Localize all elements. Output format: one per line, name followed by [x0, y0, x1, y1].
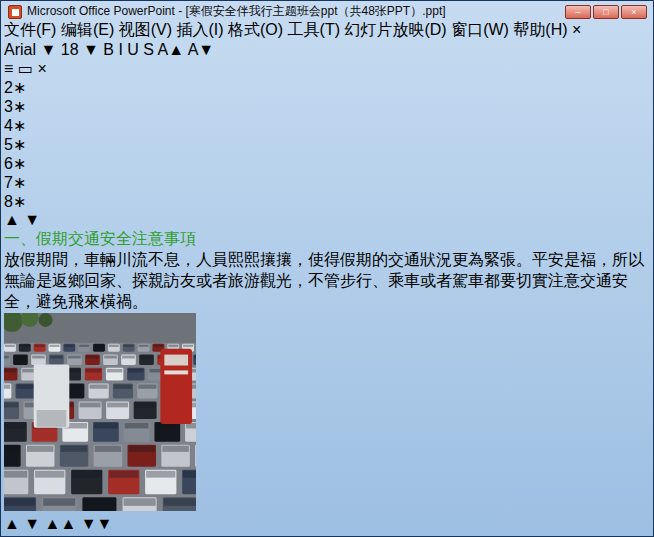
animation-star-icon: ∗ [13, 136, 26, 153]
scroll-up-icon[interactable]: ▲ [4, 515, 20, 532]
decrease-font-button[interactable]: A▼ [188, 41, 215, 58]
increase-font-button[interactable]: A▲ [158, 41, 185, 58]
font-name-value: Arial [4, 41, 36, 58]
thumbnail-number: 8 [4, 193, 13, 210]
slide-title[interactable]: 一、假期交通安全注意事項 [4, 229, 650, 250]
menu-bar: 文件(F) 编辑(E) 视图(V) 插入(I) 格式(O) 工具(T) 幻灯片放… [4, 20, 650, 41]
scroll-down-icon[interactable]: ▼ [24, 211, 40, 228]
menu-item-insert[interactable]: 插入(I) [176, 21, 223, 38]
thumbnail-number: 6 [4, 155, 13, 172]
slides-panel: ≡ ▭ × 2∗ 3∗ 4∗ [4, 59, 650, 211]
menu-item-help[interactable]: 帮助(H) [513, 21, 567, 38]
panel-tabs: ≡ ▭ × [4, 59, 650, 78]
window-title: Microsoft Office PowerPoint - [寒假安全伴我行主题… [27, 3, 565, 20]
thumbnail-list: 2∗ 3∗ 4∗ 5∗ [4, 78, 650, 211]
menu-item-format[interactable]: 格式(O) [228, 21, 283, 38]
thumbnail-number: 5 [4, 136, 13, 153]
animation-star-icon: ∗ [13, 174, 26, 191]
bold-button[interactable]: B [103, 41, 114, 58]
close-button[interactable]: × [621, 5, 647, 19]
animation-star-icon: ∗ [13, 155, 26, 172]
shadow-button[interactable]: S [143, 41, 154, 58]
powerpoint-window: Microsoft Office PowerPoint - [寒假安全伴我行主题… [0, 0, 654, 537]
font-size-combo[interactable]: 18 ▼ [61, 41, 104, 58]
font-size-value: 18 [61, 41, 79, 58]
decrease-font-icon: A▼ [188, 41, 215, 58]
slide-body-text[interactable]: 放假期間，車輛川流不息，人員熙熙攘攘，使得假期的交通狀況更為緊張。平安是福，所以… [4, 250, 650, 313]
slide-canvas[interactable]: 一、假期交通安全注意事項 放假期間，車輛川流不息，人員熙熙攘攘，使得假期的交通狀… [4, 229, 650, 515]
menu-item-edit[interactable]: 编辑(E) [61, 21, 114, 38]
tab-slides[interactable]: ▭ [18, 60, 33, 77]
italic-button[interactable]: I [118, 41, 122, 58]
slide-thumbnail-4[interactable]: 4∗ [4, 116, 650, 135]
slide-thumbnail-7[interactable]: 7∗ [4, 173, 650, 192]
thumbnail-number: 7 [4, 174, 13, 191]
animation-star-icon: ∗ [13, 79, 26, 96]
work-area: ≡ ▭ × 2∗ 3∗ 4∗ [4, 59, 650, 537]
menu-item-window[interactable]: 窗口(W) [451, 21, 509, 38]
previous-slide-button[interactable]: ▲▲ [45, 515, 77, 532]
thumbnail-number: 2 [4, 79, 13, 96]
thumbnail-number: 3 [4, 98, 13, 115]
scroll-up-icon[interactable]: ▲ [4, 211, 20, 228]
menu-item-file[interactable]: 文件(F) [4, 21, 56, 38]
underline-button[interactable]: U [127, 41, 139, 58]
slide-thumbnail-8[interactable]: 8∗ [4, 192, 650, 211]
panel-close-icon[interactable]: × [37, 60, 46, 77]
next-slide-button[interactable]: ▼▼ [81, 515, 113, 532]
slide-thumbnail-5[interactable]: 5∗ [4, 135, 650, 154]
traffic-photo[interactable] [4, 313, 650, 515]
vertical-scrollbar[interactable]: ▲ ▼ ▲▲ ▼▼ [4, 515, 650, 533]
formatting-toolbar: Arial ▼ 18 ▼ B I U S A▲ A▼ [4, 41, 650, 59]
maximize-button[interactable]: □ [593, 5, 619, 19]
increase-font-icon: A▲ [158, 41, 185, 58]
powerpoint-app-icon [8, 5, 22, 19]
slide-thumbnail-3[interactable]: 3∗ [4, 97, 650, 116]
menu-close-icon[interactable]: × [572, 21, 581, 38]
scroll-down-icon[interactable]: ▼ [24, 515, 40, 532]
panel-scrollbar[interactable]: ▲ ▼ [4, 211, 650, 229]
animation-star-icon: ∗ [13, 193, 26, 210]
slide-thumbnail-2[interactable]: 2∗ [4, 78, 650, 97]
thumbnail-number: 4 [4, 117, 13, 134]
minimize-button[interactable]: – [565, 5, 591, 19]
menu-item-slideshow[interactable]: 幻灯片放映(D) [344, 21, 446, 38]
animation-star-icon: ∗ [13, 117, 26, 134]
title-bar[interactable]: Microsoft Office PowerPoint - [寒假安全伴我行主题… [4, 3, 650, 20]
tab-outline[interactable]: ≡ [4, 60, 13, 77]
chevron-down-icon[interactable]: ▼ [40, 41, 56, 58]
animation-star-icon: ∗ [13, 98, 26, 115]
slide-thumbnail-6[interactable]: 6∗ [4, 154, 650, 173]
menu-item-view[interactable]: 视图(V) [119, 21, 172, 38]
menu-item-tools[interactable]: 工具(T) [288, 21, 340, 38]
slide-viewport: 一、假期交通安全注意事項 放假期間，車輛川流不息，人員熙熙攘攘，使得假期的交通狀… [4, 229, 650, 515]
chevron-down-icon[interactable]: ▼ [83, 41, 99, 58]
font-name-combo[interactable]: Arial ▼ [4, 41, 61, 58]
